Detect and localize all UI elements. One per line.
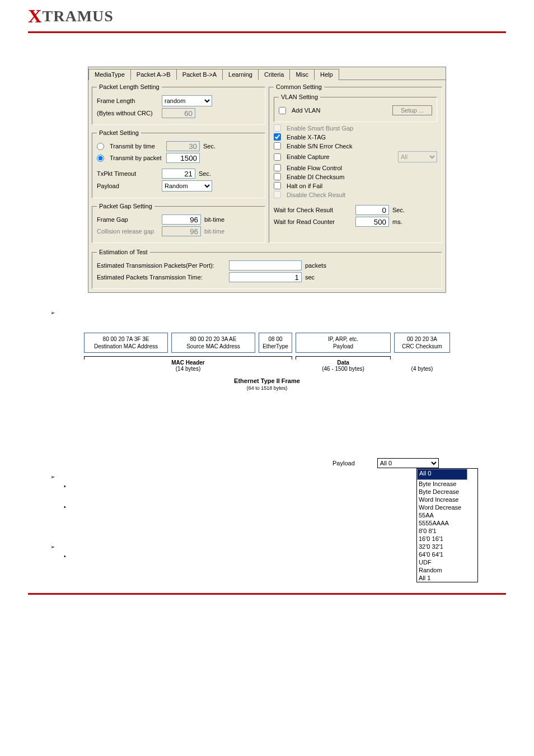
xtag-label: Enable X-TAG	[287, 134, 326, 141]
payload-fig-select[interactable]: All 0	[377, 458, 439, 468]
capture-label: Enable Capture	[287, 153, 329, 160]
estimation-group: Estimation of Test Estimated Transmissio…	[92, 249, 442, 289]
brand-x: X	[28, 6, 43, 26]
est-packets-unit: packets	[305, 262, 326, 269]
frame-mac-header-bracket: MAC Header (14 bytes)	[84, 355, 292, 372]
di-checksum-checkbox[interactable]	[274, 173, 281, 180]
frame-gap-label: Frame Gap	[97, 216, 158, 223]
frame-dest-mac: 80 00 20 7A 3F 3E Destination MAC Addres…	[84, 333, 168, 353]
transmit-by-packet-radio[interactable]	[97, 155, 104, 162]
collision-gap-unit: bit-time	[204, 228, 232, 235]
wait-read-counter-unit: ms.	[392, 218, 402, 225]
common-setting-legend: Common Setting	[274, 83, 324, 90]
txpkt-timeout-unit: Sec.	[199, 170, 221, 177]
collision-gap-input	[162, 226, 201, 236]
vlan-setup-button: Setup ...	[392, 105, 432, 115]
payload-select[interactable]: Random	[162, 180, 212, 192]
est-packets-input	[229, 260, 302, 270]
frame-src-mac: 80 00 20 20 3A AE Source MAC Address	[171, 333, 255, 353]
frame-crc-bytes: (4 bytes)	[394, 355, 450, 372]
bullet-marker: ➢	[50, 310, 500, 316]
bullet-marker-2: ➢	[50, 474, 500, 480]
transmit-by-packet-input[interactable]	[166, 153, 200, 163]
add-vlan-checkbox[interactable]	[279, 107, 286, 114]
frame-length-select[interactable]: random	[162, 95, 212, 106]
wait-check-result-unit: Sec.	[392, 207, 405, 213]
wait-read-counter-input[interactable]	[355, 217, 389, 227]
payload-opt-13[interactable]: All 1	[417, 574, 477, 582]
estimation-legend: Estimation of Test	[97, 249, 150, 255]
est-time-input	[229, 272, 302, 282]
capture-checkbox[interactable]	[274, 153, 281, 161]
sn-error-label: Enable S/N Error Check	[287, 143, 352, 150]
frame-length-label: Frame Length	[97, 97, 158, 104]
transmit-by-time-unit: Sec.	[203, 143, 226, 150]
header-divider	[28, 31, 506, 33]
frame-ethertype: 08 00 EtherType	[259, 333, 292, 353]
frame-data-bracket: Data (46 - 1500 bytes)	[296, 355, 391, 372]
footer-divider	[28, 593, 506, 595]
disable-check-result-label: Disable Check Result	[287, 192, 345, 198]
tab-learning[interactable]: Learning	[222, 69, 259, 80]
frame-payload: IP, ARP, etc. Payload	[296, 333, 391, 353]
est-packets-label: Estimated Transmission Packets(Per Port)…	[97, 262, 226, 269]
smart-burst-gap-checkbox	[274, 124, 281, 132]
brand-name: TRAMUS	[43, 7, 114, 25]
halt-on-fail-checkbox[interactable]	[274, 182, 281, 189]
frame-gap-unit: bit-time	[204, 216, 232, 223]
est-time-unit: sec	[305, 274, 315, 281]
collision-gap-label: Collision release gap	[97, 228, 158, 235]
payload-opt-12[interactable]: Random	[417, 566, 477, 574]
tab-mediatype[interactable]: MediaType	[88, 69, 131, 80]
bytes-note-label: (Bytes without CRC)	[97, 110, 158, 116]
tab-criteria[interactable]: Criteria	[258, 69, 290, 80]
est-time-label: Estimated Packets Transmission Time:	[97, 274, 226, 281]
ethernet-frame-diagram: 80 00 20 7A 3F 3E Destination MAC Addres…	[49, 333, 485, 391]
wait-read-counter-label: Wait for Read Counter	[274, 218, 352, 225]
xtag-checkbox[interactable]	[274, 133, 281, 141]
flow-control-checkbox[interactable]	[274, 164, 281, 171]
wait-check-result-label: Wait for Check Result	[274, 207, 352, 213]
halt-on-fail-label: Halt on if Fail	[287, 183, 322, 189]
packet-dialog: MediaType Packet A->B Packet B->A Learni…	[88, 67, 446, 293]
flow-control-label: Enable Flow Control	[287, 165, 342, 171]
packet-gap-legend: Packet Gap Setting	[97, 203, 154, 209]
packet-setting-group: Packet Setting Transmit by time Sec. Tra…	[92, 129, 265, 198]
sn-error-checkbox[interactable]	[274, 142, 281, 150]
packet-setting-legend: Packet Setting	[97, 129, 141, 136]
packet-length-legend: Packet Length Setting	[97, 83, 162, 90]
bytes-value-input	[162, 108, 195, 118]
packet-length-setting-group: Packet Length Setting Frame Length rando…	[92, 83, 265, 125]
packet-gap-setting-group: Packet Gap Setting Frame Gap bit-time Co…	[92, 203, 265, 243]
vlan-legend: VLAN Setting	[279, 94, 320, 100]
frame-crc: 00 20 20 3A CRC Checksum	[394, 333, 450, 353]
add-vlan-label: Add VLAN	[292, 107, 320, 114]
tab-bar: MediaType Packet A->B Packet B->A Learni…	[88, 67, 446, 80]
txpkt-timeout-input[interactable]	[162, 169, 195, 179]
tab-misc[interactable]: Misc	[289, 69, 315, 80]
transmit-by-time-label: Transmit by time	[110, 143, 163, 150]
brand-logo: XTRAMUS	[28, 7, 114, 25]
vlan-setting-group: VLAN Setting Add VLAN Setup ...	[274, 94, 437, 122]
common-setting-group: Common Setting VLAN Setting Add VLAN Set…	[269, 83, 442, 243]
frame-title: Ethernet Type II Frame (64 to 1518 bytes…	[49, 377, 485, 391]
disable-check-result-checkbox	[274, 191, 281, 198]
capture-select: All	[398, 151, 437, 162]
tab-packet-ba[interactable]: Packet B->A	[176, 69, 223, 80]
tab-help[interactable]: Help	[314, 69, 339, 80]
transmit-by-time-input	[166, 141, 200, 151]
frame-gap-input[interactable]	[162, 214, 201, 225]
smart-burst-gap-label: Enable Smart Burst Gap	[287, 125, 353, 132]
payload-fig-label: Payload	[332, 460, 355, 466]
payload-opt-11[interactable]: UDF	[417, 558, 477, 566]
transmit-by-time-radio[interactable]	[97, 143, 104, 150]
txpkt-timeout-label: TxPkt Timeout	[97, 170, 158, 177]
di-checksum-label: Enable DI Checksum	[287, 174, 344, 180]
tab-packet-ab[interactable]: Packet A->B	[130, 69, 177, 80]
payload-label: Payload	[97, 183, 158, 189]
transmit-by-packet-label: Transmit by packet	[110, 155, 163, 161]
wait-check-result-input[interactable]	[355, 205, 389, 215]
